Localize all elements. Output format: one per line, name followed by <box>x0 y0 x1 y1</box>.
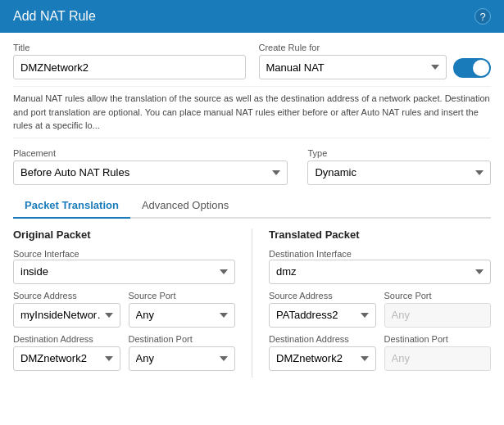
type-select[interactable]: Dynamic Static <box>307 161 491 185</box>
trans-dest-port-label: Destination Port <box>384 334 492 344</box>
source-interface-group: Source Interface inside <box>13 247 235 284</box>
packet-translation-panel: Original Packet Source Interface inside … <box>13 228 491 378</box>
trans-source-port-group: Source Port Any <box>384 291 492 328</box>
orig-source-address-group: Source Address myInsideNetwor… <box>13 291 120 328</box>
tab-packet-translation[interactable]: Packet Translation <box>13 193 130 219</box>
toggle-slider <box>453 58 491 78</box>
original-packet-title: Original Packet <box>13 228 235 241</box>
source-interface-select[interactable]: inside <box>13 260 235 284</box>
orig-dest-address-label: Destination Address <box>13 334 120 344</box>
trans-dest-row: Destination Address DMZnetwork2 Destinat… <box>269 334 491 371</box>
trans-dest-address-select[interactable]: DMZnetwork2 <box>269 346 376 371</box>
orig-source-port-group: Source Port Any <box>129 291 236 328</box>
trans-dest-address-label: Destination Address <box>269 334 376 344</box>
translated-packet-title: Translated Packet <box>269 228 491 241</box>
orig-source-address-label: Source Address <box>13 291 120 301</box>
create-rule-select[interactable]: Manual NAT Auto NAT <box>259 55 447 79</box>
translated-packet-col: Translated Packet Destination Interface … <box>269 228 491 378</box>
orig-dest-row: Destination Address DMZnetwork2 Destinat… <box>13 334 235 371</box>
dest-interface-label: Destination Interface <box>269 249 352 259</box>
placement-select[interactable]: Before Auto NAT Rules After Auto NAT Rul… <box>13 161 288 185</box>
trans-source-port-select[interactable]: Any <box>384 303 492 328</box>
orig-dest-port-label: Destination Port <box>129 334 236 344</box>
trans-dest-port-select[interactable]: Any <box>384 346 492 371</box>
trans-dest-port-group: Destination Port Any <box>384 334 492 371</box>
help-icon[interactable]: ? <box>474 8 491 25</box>
toggle-switch[interactable] <box>453 58 491 78</box>
trans-source-row: Source Address PATaddress2 Source Port A… <box>269 291 491 328</box>
create-rule-label: Create Rule for <box>259 43 492 52</box>
dialog-title: Add NAT Rule <box>13 9 96 24</box>
orig-dest-port-select[interactable]: Any <box>129 346 236 371</box>
original-packet-col: Original Packet Source Interface inside … <box>13 228 235 378</box>
dest-interface-group: Destination Interface dmz <box>269 247 491 284</box>
orig-source-port-label: Source Port <box>129 291 236 301</box>
dest-interface-select[interactable]: dmz <box>269 260 491 284</box>
type-label: Type <box>307 148 491 158</box>
trans-dest-address-group: Destination Address DMZnetwork2 <box>269 334 376 371</box>
trans-source-port-label: Source Port <box>384 291 492 301</box>
info-text: Manual NAT rules allow the translation o… <box>13 86 491 138</box>
orig-dest-port-group: Destination Port Any <box>129 334 236 371</box>
orig-dest-address-select[interactable]: DMZnetwork2 <box>13 346 120 371</box>
trans-source-address-group: Source Address PATaddress2 <box>269 291 376 328</box>
source-interface-label: Source Interface <box>13 249 79 259</box>
dialog-header: Add NAT Rule ? <box>0 0 504 33</box>
tab-advanced-options[interactable]: Advanced Options <box>130 193 240 219</box>
orig-source-port-select[interactable]: Any <box>129 303 236 328</box>
title-label: Title <box>13 43 246 52</box>
dialog-body: Title Create Rule for Manual NAT Auto NA… <box>0 33 504 387</box>
tabs: Packet Translation Advanced Options <box>13 193 491 219</box>
trans-source-address-label: Source Address <box>269 291 376 301</box>
orig-source-row: Source Address myInsideNetwor… Source Po… <box>13 291 235 328</box>
orig-source-address-select[interactable]: myInsideNetwor… <box>13 303 120 328</box>
trans-source-address-select[interactable]: PATaddress2 <box>269 303 376 328</box>
title-input[interactable] <box>13 55 246 79</box>
placement-label: Placement <box>13 148 288 158</box>
column-divider <box>252 228 252 378</box>
orig-dest-address-group: Destination Address DMZnetwork2 <box>13 334 120 371</box>
